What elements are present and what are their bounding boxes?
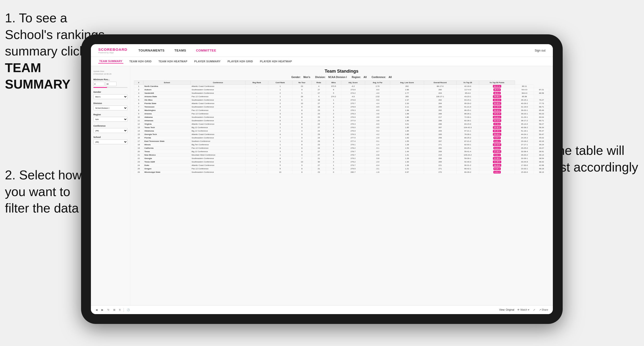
table-row: 21New MexicoMountain West Conference-192… — [134, 153, 549, 157]
table-row: 12VirginiaAtlantic Coast Conference-3824… — [134, 123, 549, 126]
toolbar-zoom[interactable]: ⊞ — [112, 308, 116, 312]
toolbar-clock[interactable]: 🕐 — [126, 308, 131, 312]
nav-bar: SCOREBOARD Powered by clippi TOURNAMENTS… — [91, 44, 553, 57]
toolbar-watch[interactable]: 👁 Watch ▾ — [516, 308, 530, 312]
table-row: 13Texas TechBig 12 Conference-19272276.0… — [134, 126, 549, 129]
nav-teams[interactable]: TEAMS — [173, 49, 188, 52]
table-row: 15Georgia TechAtlantic Coast Conference-… — [134, 133, 549, 136]
max-input[interactable] — [106, 82, 116, 86]
table-row: 22GeorgiaSoutheastern Conference-8721127… — [134, 157, 549, 160]
table-row: 3VanderbiltSoutheastern Conference-25275… — [134, 92, 549, 95]
table-row: 4Arizona StatePac-12 Conference-1264274.… — [134, 95, 549, 98]
col-conf-rank: Conf Rank — [268, 81, 292, 85]
col-wins: Wins — [326, 81, 341, 85]
sub-nav-player-h2h-heatmap[interactable]: PLAYER H2H HEATMAP — [259, 59, 293, 63]
filter-gender: Gender Men's Women's — [93, 91, 128, 99]
gender-select[interactable]: Men's Women's — [93, 94, 128, 99]
table-row: 1North CarolinaAtlantic Coast Conference… — [134, 85, 549, 88]
bottom-toolbar: ◀ ▶ ↻ ⊞ ⎘ 🕐 View: Original 👁 Watch ▾ ⤢ ↗… — [91, 305, 553, 314]
filter-conference: Conference (All) — [93, 125, 128, 133]
col-overall: Overall Record — [424, 81, 456, 85]
toolbar-back[interactable]: ◀ — [94, 308, 98, 312]
table-row: 18IllinoisBig Ten Conference-18231279.1-… — [134, 143, 549, 147]
table-row: 17East Tennessee StateSouthern Conferenc… — [134, 140, 549, 143]
table-row: 8WashingtonPac-12 Conference-28231276.3-… — [134, 109, 549, 112]
toolbar-copy[interactable]: ⎘ — [118, 308, 122, 312]
table-row: 19CaliforniaPac-12 Conference-48242278.2… — [134, 147, 549, 150]
conference-chip: Conference: All — [372, 76, 392, 79]
col-no-tour: No Tour — [292, 81, 312, 85]
filter-region: Region N/A All — [93, 113, 128, 122]
toolbar-share[interactable]: ↗ Share — [538, 308, 549, 312]
table-row: 16FloridaSoutheastern Conference-7924427… — [134, 136, 549, 140]
table-row: 7TennesseeSoutheastern Conference-461822… — [134, 105, 549, 109]
table-row: 14OklahomaBig 12 Conference-24242276.9-5… — [134, 129, 549, 133]
col-reg-rank: Reg Rank — [246, 81, 268, 85]
col-conference: Conference — [190, 81, 246, 85]
logo-sub: Powered by clippi — [98, 51, 127, 54]
update-time: Update time: 27/03/2024 16:56:26 — [93, 70, 128, 75]
gender-chip: Gender: Men's — [292, 76, 310, 79]
col-rnds: Rnds — [312, 81, 326, 85]
table-row: 24DukeAtlantic Coast Conference-59271279… — [134, 164, 549, 167]
table-filter-row: Gender: Men's Division: NCAA Division I … — [134, 76, 549, 79]
sub-nav-player-summary[interactable]: PLAYER SUMMARY — [193, 59, 222, 63]
range-slider[interactable] — [93, 87, 128, 88]
table-row: 9ArizonaPac-12 Conference-38232276.3-4.6… — [134, 112, 549, 116]
table-row: 10AlabamaSoutheastern Conference-5823327… — [134, 116, 549, 119]
sub-nav: TEAM SUMMARY TEAM H2H GRID TEAM H2H HEAT… — [91, 57, 553, 66]
table-row: 5Ole MissSoutheastern Conference-3618127… — [134, 98, 549, 102]
logo-text: SCOREBOARD — [98, 47, 127, 51]
conference-select[interactable]: (All) — [93, 128, 128, 133]
tablet-frame: SCOREBOARD Powered by clippi TOURNAMENTS… — [81, 34, 563, 324]
view-original-button[interactable]: View: Original — [499, 309, 514, 311]
filter-minimum-rounds: Minimum Rou... — [93, 78, 128, 88]
min-input[interactable] — [93, 82, 104, 86]
table-title: Team Standings — [134, 69, 549, 74]
sidebar: Update time: 27/03/2024 16:56:26 Minimum… — [91, 66, 130, 305]
col-avg-low: Avg. Low Score — [390, 81, 424, 85]
toolbar-reload[interactable]: ↻ — [106, 308, 110, 312]
col-top25: Vs Top 25 — [456, 81, 479, 85]
sub-nav-team-h2h-grid[interactable]: TEAM H2H GRID — [128, 59, 152, 63]
table-row: 26Mississippi StateSoutheastern Conferen… — [134, 171, 549, 174]
division-select[interactable]: NCAA Division I NCAA Division II — [93, 106, 128, 110]
table-row: 25OregonPac-12 Conference-58210279.5-3.1… — [134, 167, 549, 171]
toolbar-forward[interactable]: ▶ — [100, 308, 104, 312]
col-top50-pts: Vs Top 50 Points — [479, 81, 515, 85]
logo-area: SCOREBOARD Powered by clippi — [98, 47, 127, 54]
table-row: 20TexasBig 12 Conference-39278278.7-0.71… — [134, 150, 549, 153]
tablet-screen: SCOREBOARD Powered by clippi TOURNAMENTS… — [91, 44, 553, 314]
toolbar-sep1 — [124, 308, 124, 312]
standings-table: # School Conference Reg Rank Conf Rank N… — [134, 80, 549, 174]
sign-out-button[interactable]: Sign out — [535, 49, 546, 52]
col-rank: # — [134, 81, 144, 85]
toolbar-expand[interactable]: ⤢ — [532, 308, 536, 312]
sub-nav-team-h2h-heatmap[interactable]: TEAM H2H HEATMAP — [158, 59, 188, 63]
main-content: Update time: 27/03/2024 16:56:26 Minimum… — [91, 66, 553, 305]
school-select[interactable]: (All) — [93, 139, 128, 144]
nav-tournaments[interactable]: TOURNAMENTS — [137, 49, 166, 52]
sub-nav-player-h2h-grid[interactable]: PLAYER H2H GRID — [226, 59, 254, 63]
table-row: 23Texas A&MSoutheastern Conference-91030… — [134, 160, 549, 164]
filter-division: Division NCAA Division I NCAA Division I… — [93, 102, 128, 110]
nav-committee[interactable]: COMMITTEE — [195, 49, 218, 52]
col-school: School — [143, 81, 190, 85]
table-row: 11ArkansasSoutheastern Conference-682332… — [134, 119, 549, 123]
table-row: 2AuburnSoutheastern Conference-19276273.… — [134, 88, 549, 92]
table-row: 6Florida StateAtlantic Coast Conference-… — [134, 102, 549, 105]
filter-school: School (All) — [93, 136, 128, 144]
division-chip: Division: NCAA Division I — [315, 76, 347, 79]
instruction-step2: 2. Select how you want to filter the dat… — [5, 167, 82, 217]
col-avg-par: Avg. to Par — [365, 81, 390, 85]
region-select[interactable]: N/A All — [93, 117, 128, 122]
table-area: Team Standings Gender: Men's Division: N… — [130, 66, 553, 305]
region-chip: Region: All — [352, 76, 367, 79]
sub-nav-team-summary[interactable]: TEAM SUMMARY — [98, 59, 123, 64]
col-adj-score: Adj. Score — [341, 81, 365, 85]
nav-links: TOURNAMENTS TEAMS COMMITTEE — [137, 49, 535, 52]
